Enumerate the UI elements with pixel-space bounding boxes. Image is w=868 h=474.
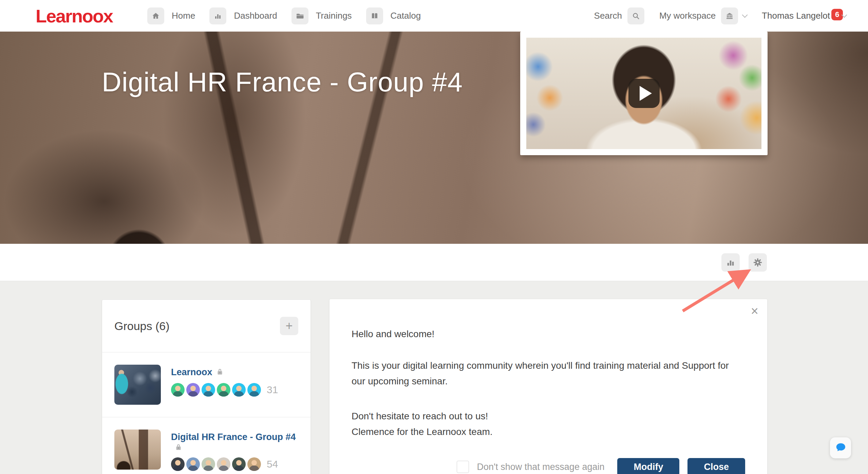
groups-header: Groups (6) +	[102, 300, 310, 352]
chat-launcher-button[interactable]	[830, 437, 851, 458]
nav-right: Search My workspace Thomas Langelot 6	[594, 7, 846, 24]
page: Learnoox Home Dashboard Trainings	[0, 0, 868, 474]
bank-icon[interactable]	[721, 7, 738, 24]
welcome-paragraph: This is your digital learning community …	[352, 358, 745, 389]
members-row: 54	[171, 457, 298, 471]
group-thumbnail	[114, 430, 161, 470]
welcome-line-signature: Clemence for the Learnoox team.	[352, 424, 745, 440]
member-avatar	[217, 383, 230, 397]
search-icon[interactable]	[627, 7, 644, 24]
member-avatar	[202, 457, 215, 471]
page-title: Digital HR France - Group #4	[102, 67, 463, 98]
add-group-button[interactable]: +	[280, 317, 298, 335]
chat-bubble-icon	[834, 441, 847, 454]
play-button[interactable]	[628, 79, 660, 108]
notification-badge: 6	[831, 9, 843, 20]
member-avatar	[171, 457, 185, 471]
group-item[interactable]: Learnoox 31	[102, 352, 310, 417]
gear-icon	[753, 258, 762, 267]
play-icon	[640, 86, 652, 101]
group-info: Digital HR France - Group #4 54	[171, 430, 298, 471]
group-thumbnail	[114, 365, 161, 405]
video-card	[520, 32, 768, 155]
user-menu[interactable]: 6	[837, 13, 837, 19]
member-avatar	[186, 383, 200, 397]
member-avatars	[171, 383, 263, 397]
user-name: Thomas Langelot	[762, 11, 830, 21]
modify-button[interactable]: Modify	[617, 458, 679, 474]
main-content: Groups (6) + Learnoox 31 Digital HR Fran…	[0, 281, 868, 474]
video-thumbnail	[526, 38, 761, 149]
dont-show-label: Don't show that message again	[477, 462, 605, 472]
member-avatar	[186, 457, 200, 471]
search-label: Search	[594, 11, 622, 21]
welcome-footer: Don't show that message again Modify Clo…	[352, 458, 745, 474]
member-avatar	[232, 383, 246, 397]
nav-item-dashboard[interactable]: Dashboard	[209, 7, 277, 24]
lock-icon	[216, 368, 224, 377]
groups-panel: Groups (6) + Learnoox 31 Digital HR Fran…	[102, 299, 311, 474]
book-icon	[366, 7, 383, 24]
group-item[interactable]: Digital HR France - Group #4 54	[102, 417, 310, 474]
member-count: 54	[267, 458, 278, 470]
folder-icon	[291, 7, 308, 24]
stats-button[interactable]	[721, 253, 740, 272]
stats-icon	[726, 258, 735, 267]
main-nav: Home Dashboard Trainings Catalog	[147, 7, 421, 24]
hero-banner: Digital HR France - Group #4	[0, 32, 868, 244]
close-icon[interactable]: ×	[751, 305, 758, 317]
nav-item-label: Trainings	[316, 11, 352, 21]
bar-chart-icon	[209, 7, 226, 24]
member-avatar	[202, 383, 215, 397]
nav-item-label: Dashboard	[234, 11, 277, 21]
logo[interactable]: Learnoox	[36, 5, 113, 26]
lock-icon	[174, 443, 183, 453]
settings-button[interactable]	[749, 253, 767, 272]
close-button[interactable]: Close	[687, 458, 745, 474]
workspace-label: My workspace	[659, 11, 716, 21]
member-count: 31	[267, 384, 278, 396]
group-info: Learnoox 31	[171, 365, 298, 405]
top-navbar: Learnoox Home Dashboard Trainings	[0, 0, 868, 32]
member-avatar	[171, 383, 185, 397]
member-avatar	[217, 457, 230, 471]
welcome-greeting: Hello and welcome!	[352, 326, 745, 342]
nav-item-label: Home	[172, 11, 195, 21]
home-icon	[147, 7, 164, 24]
nav-item-catalog[interactable]: Catalog	[366, 7, 421, 24]
groups-title: Groups (6)	[114, 320, 170, 333]
action-strip	[0, 244, 868, 281]
member-avatar	[247, 457, 261, 471]
welcome-line-reach: Don't hesitate to reach out to us!	[352, 408, 745, 424]
member-avatar	[247, 383, 261, 397]
welcome-card: × Hello and welcome! This is your digita…	[329, 299, 768, 474]
nav-item-home[interactable]: Home	[147, 7, 195, 24]
nav-item-trainings[interactable]: Trainings	[291, 7, 352, 24]
member-avatar	[232, 457, 246, 471]
group-name-link[interactable]: Learnoox	[171, 367, 212, 377]
dont-show-checkbox[interactable]	[457, 461, 469, 473]
chevron-down-icon[interactable]	[742, 12, 748, 18]
members-row: 31	[171, 383, 298, 397]
member-avatars	[171, 457, 263, 471]
group-name-link[interactable]: Digital HR France - Group #4	[171, 432, 296, 442]
nav-item-label: Catalog	[391, 11, 421, 21]
